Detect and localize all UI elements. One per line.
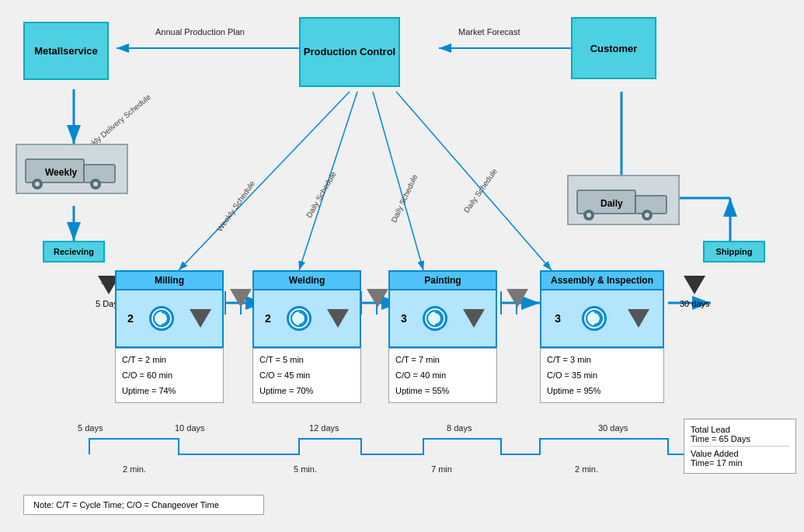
painting-process: Painting 3 bbox=[388, 270, 497, 348]
value-added-row: Value AddedTime= 17 min bbox=[691, 447, 789, 470]
milling-kanban-icon bbox=[152, 309, 171, 328]
welding-body: 2 bbox=[254, 290, 360, 346]
daily-schedule-2-label: Daily Schedule bbox=[389, 173, 419, 224]
supplier-label: Metallservice bbox=[34, 45, 98, 57]
assembly-body: 3 bbox=[541, 290, 663, 346]
inv-triangle-1 bbox=[230, 289, 252, 308]
shipping-label: Shipping bbox=[715, 247, 752, 256]
milling-process: Milling 2 bbox=[115, 270, 224, 348]
svg-point-33 bbox=[93, 182, 98, 186]
assembly-circle bbox=[582, 306, 607, 331]
assembly-header: Assembly & Inspection bbox=[541, 272, 663, 290]
welding-process: Welding 2 bbox=[252, 270, 361, 348]
note-box: Note: C/T = Cycle Time; C/O = Changeover… bbox=[23, 495, 264, 515]
svg-text:Daily: Daily bbox=[600, 198, 623, 209]
timeline-days-2: 12 days bbox=[309, 423, 339, 433]
inv-painting-assembly bbox=[506, 289, 528, 309]
timeline-time-1: 5 min. bbox=[294, 464, 317, 474]
inventory-30days: 30 days bbox=[680, 276, 710, 308]
customer-label: Customer bbox=[590, 43, 638, 54]
metallservice-box: Metallservice bbox=[23, 22, 109, 80]
timeline-days-3: 8 days bbox=[447, 423, 472, 433]
welding-circle bbox=[287, 306, 312, 331]
daily-schedule-1-label: Daily Schedule bbox=[305, 170, 338, 219]
timeline-days-4: 30 days bbox=[598, 423, 628, 433]
total-lead-label: Total LeadTime = 65 Days bbox=[691, 425, 750, 443]
assembly-kanban-icon bbox=[585, 309, 604, 328]
inv-welding-painting bbox=[367, 289, 388, 309]
painting-header: Painting bbox=[390, 272, 496, 290]
weekly-truck-icon: Weekly bbox=[22, 148, 123, 190]
svg-point-40 bbox=[645, 213, 649, 217]
milling-body: 2 bbox=[117, 290, 222, 346]
inv-triangle-3 bbox=[506, 289, 528, 308]
production-control-box: Production Control bbox=[299, 17, 400, 87]
inv-milling-welding bbox=[230, 289, 252, 309]
assembly-info: C/T = 3 min C/O = 35 min Uptime = 95% bbox=[540, 348, 664, 403]
assembly-ct: C/T = 3 min bbox=[547, 353, 657, 368]
inventory-triangle-right bbox=[684, 276, 705, 294]
daily-truck-icon: Daily bbox=[573, 179, 674, 221]
receiving-box: Recieving bbox=[43, 241, 105, 263]
assembly-co: C/O = 35 min bbox=[547, 368, 657, 384]
milling-co: C/O = 60 min bbox=[122, 368, 217, 384]
weekly-truck-box: Weekly bbox=[16, 144, 128, 194]
timeline-time-3: 2 min. bbox=[575, 464, 598, 474]
svg-text:Weekly: Weekly bbox=[45, 167, 77, 178]
timeline-time-0: 2 min. bbox=[123, 464, 146, 474]
painting-inv-triangle bbox=[463, 309, 485, 328]
svg-rect-36 bbox=[635, 196, 667, 214]
assembly-uptime: Uptime = 95% bbox=[547, 384, 657, 399]
painting-kanban-icon bbox=[426, 309, 444, 328]
milling-header: Milling bbox=[117, 272, 222, 290]
welding-co: C/O = 45 min bbox=[259, 368, 354, 384]
summary-box: Total LeadTime = 65 Days Value AddedTime… bbox=[684, 419, 796, 474]
timeline-days-0: 5 days bbox=[78, 423, 103, 433]
market-forecast-label: Market Forecast bbox=[458, 27, 520, 37]
total-lead-row: Total LeadTime = 65 Days bbox=[691, 422, 789, 447]
welding-operators: 2 bbox=[265, 312, 271, 325]
inventory-30days-label: 30 days bbox=[680, 299, 710, 308]
welding-inv-triangle bbox=[327, 309, 349, 328]
painting-body: 3 bbox=[390, 290, 496, 346]
painting-operators: 3 bbox=[401, 312, 407, 325]
painting-circle bbox=[423, 306, 447, 331]
milling-inv-triangle bbox=[190, 309, 211, 328]
annual-plan-label: Annual Production Plan bbox=[155, 27, 245, 37]
svg-point-31 bbox=[35, 182, 40, 186]
milling-info: C/T = 2 min C/O = 60 min Uptime = 74% bbox=[115, 348, 224, 403]
milling-ct: C/T = 2 min bbox=[122, 353, 217, 368]
value-added-label: Value AddedTime= 17 min bbox=[691, 449, 743, 468]
daily-truck-box: Daily bbox=[567, 175, 680, 225]
timeline-days-1: 10 days bbox=[175, 423, 205, 433]
welding-ct: C/T = 5 min bbox=[259, 353, 354, 368]
assembly-operators: 3 bbox=[555, 312, 561, 325]
svg-point-38 bbox=[586, 213, 591, 217]
shipping-box: Shipping bbox=[703, 241, 765, 263]
assembly-inv-triangle bbox=[628, 309, 649, 328]
milling-operators: 2 bbox=[127, 312, 134, 325]
assembly-process: Assembly & Inspection 3 bbox=[540, 270, 664, 348]
svg-line-10 bbox=[396, 92, 552, 270]
painting-co: C/O = 40 min bbox=[395, 368, 490, 384]
svg-rect-29 bbox=[84, 165, 115, 183]
welding-kanban-icon bbox=[290, 309, 308, 328]
milling-uptime: Uptime = 74% bbox=[122, 384, 217, 399]
weekly-schedule-label: Weekly Schedule bbox=[215, 179, 256, 233]
welding-info: C/T = 5 min C/O = 45 min Uptime = 70% bbox=[252, 348, 361, 403]
painting-info: C/T = 7 min C/O = 40 min Uptime = 55% bbox=[388, 348, 497, 403]
production-control-label: Production Control bbox=[304, 46, 395, 59]
inv-triangle-2 bbox=[367, 289, 388, 308]
milling-circle bbox=[149, 306, 174, 331]
painting-ct: C/T = 7 min bbox=[395, 353, 490, 368]
customer-box: Customer bbox=[571, 17, 656, 79]
welding-header: Welding bbox=[254, 272, 360, 290]
welding-uptime: Uptime = 70% bbox=[259, 384, 354, 399]
note-text: Note: C/T = Cycle Time; C/O = Changeover… bbox=[33, 500, 219, 509]
timeline-time-2: 7 min bbox=[431, 464, 452, 474]
daily-schedule-3-label: Daily Schedule bbox=[462, 167, 499, 214]
diagram: Metallservice Production Control Custome… bbox=[0, 0, 804, 532]
painting-uptime: Uptime = 55% bbox=[395, 384, 490, 399]
receiving-label: Recieving bbox=[54, 247, 94, 256]
